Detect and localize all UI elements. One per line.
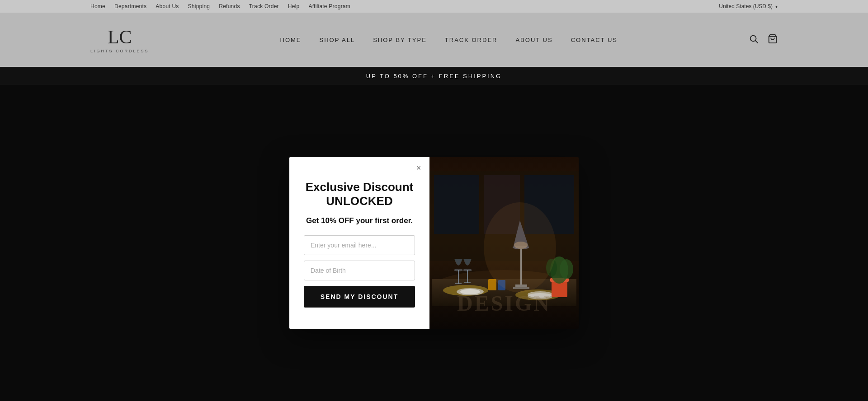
currency-selector[interactable]: United States (USD $) ▾ (719, 3, 778, 9)
svg-text:DESIGN: DESIGN (457, 291, 551, 315)
email-input[interactable] (304, 235, 415, 255)
affiliate-link[interactable]: Affiliate Program (308, 3, 350, 9)
nav-links: HOME SHOP ALL SHOP BY TYPE TRACK ORDER A… (280, 37, 618, 43)
nav-icons (749, 34, 778, 46)
nav-track-order[interactable]: TRACK ORDER (445, 37, 498, 43)
discount-modal: × Exclusive Discount UNLOCKED Get 10% OF… (289, 157, 579, 329)
main-nav: LC LIGHTS CORDLESS HOME SHOP ALL SHOP BY… (0, 13, 868, 67)
svg-point-35 (484, 202, 556, 293)
svg-rect-13 (458, 270, 459, 284)
logo-letters: LC (108, 26, 132, 48)
page-background: × Exclusive Discount UNLOCKED Get 10% OF… (0, 85, 868, 401)
scene-image: DESIGN (429, 157, 579, 329)
svg-point-18 (463, 269, 472, 271)
shipping-link[interactable]: Shipping (188, 3, 210, 9)
dob-input[interactable] (304, 261, 415, 280)
modal-title: Exclusive Discount UNLOCKED (304, 180, 415, 208)
home-link[interactable]: Home (90, 3, 105, 9)
svg-point-15 (454, 269, 463, 271)
modal-right-panel: DESIGN (429, 157, 579, 329)
svg-point-34 (560, 259, 573, 279)
promo-text: UP TO 50% OFF + FREE SHIPPING (366, 73, 502, 79)
utility-links: Home Departments About Us Shipping Refun… (90, 3, 350, 9)
logo[interactable]: LC LIGHTS CORDLESS (90, 26, 149, 53)
svg-rect-28 (488, 279, 496, 290)
send-discount-button[interactable]: SEND MY DISCOUNT (304, 286, 415, 308)
chevron-down-icon: ▾ (775, 4, 778, 9)
svg-rect-14 (455, 283, 462, 284)
currency-label: United States (USD $) (719, 3, 773, 9)
cart-icon[interactable] (768, 34, 778, 46)
modal-backdrop: × Exclusive Discount UNLOCKED Get 10% OF… (0, 85, 868, 401)
modal-left-panel: × Exclusive Discount UNLOCKED Get 10% OF… (289, 157, 429, 329)
promo-banner: UP TO 50% OFF + FREE SHIPPING (0, 67, 868, 85)
svg-line-1 (755, 41, 758, 43)
nav-about-us[interactable]: ABOUT US (515, 37, 552, 43)
utility-bar: Home Departments About Us Shipping Refun… (0, 0, 868, 13)
svg-rect-5 (434, 175, 479, 234)
svg-rect-16 (467, 270, 468, 283)
about-us-util-link[interactable]: About Us (156, 3, 179, 9)
logo-text: LIGHTS CORDLESS (90, 49, 149, 53)
search-icon[interactable] (749, 34, 759, 46)
svg-rect-17 (464, 282, 471, 283)
departments-link[interactable]: Departments (114, 3, 146, 9)
modal-close-button[interactable]: × (412, 162, 425, 174)
nav-contact-us[interactable]: CONTACT US (571, 37, 618, 43)
refunds-link[interactable]: Refunds (219, 3, 240, 9)
help-link[interactable]: Help (288, 3, 300, 9)
close-icon: × (416, 163, 421, 173)
nav-shop-by-type[interactable]: SHOP BY TYPE (373, 37, 427, 43)
nav-home[interactable]: HOME (280, 37, 302, 43)
modal-subtitle: Get 10% OFF your first order. (304, 215, 415, 226)
track-order-util-link[interactable]: Track Order (249, 3, 279, 9)
nav-shop-all[interactable]: SHOP ALL (320, 37, 355, 43)
